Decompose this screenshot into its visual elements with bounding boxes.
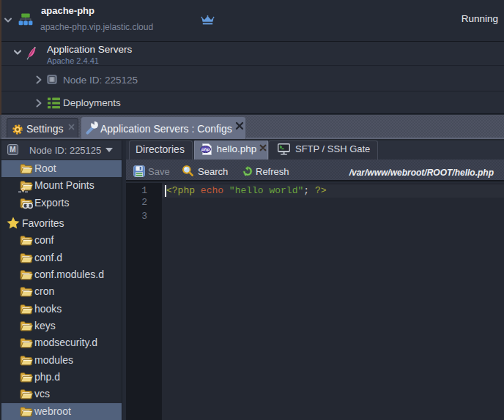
svg-text:php: php bbox=[201, 146, 210, 151]
